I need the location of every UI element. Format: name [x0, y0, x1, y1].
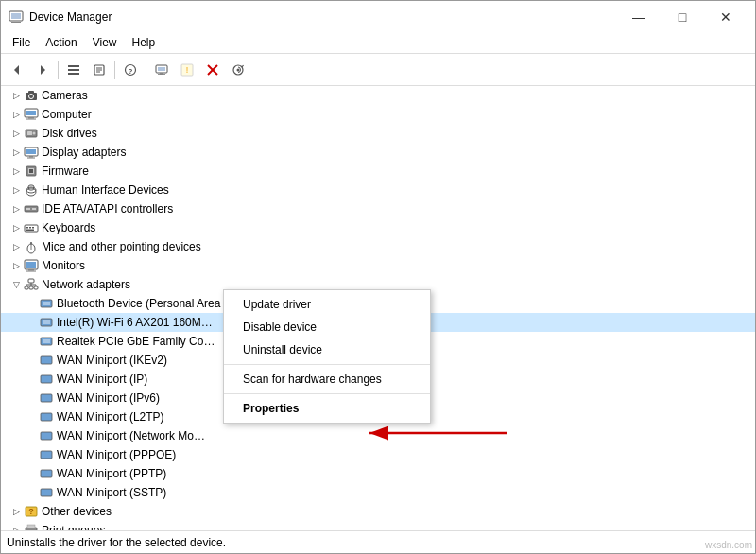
svg-rect-1	[11, 13, 21, 19]
app-icon	[9, 9, 24, 25]
ctx-separator-1	[224, 364, 430, 365]
menu-file[interactable]: File	[5, 34, 38, 51]
tree-item[interactable]: ▷ Keyboards	[1, 218, 755, 237]
toolbar-remove[interactable]	[200, 58, 225, 82]
update-icon: !	[180, 63, 194, 77]
svg-rect-77	[41, 413, 52, 421]
netcard-icon	[39, 372, 54, 387]
print-queues-label: Print queues	[42, 524, 105, 530]
svg-text:?: ?	[129, 67, 133, 76]
svg-rect-36	[26, 149, 36, 154]
menu-view[interactable]: View	[85, 34, 125, 51]
ctx-uninstall-device[interactable]: Uninstall device	[224, 338, 430, 361]
close-button[interactable]: ✕	[704, 3, 747, 31]
toolbar-scan[interactable]	[226, 58, 250, 82]
expander-hid[interactable]: ▷	[9, 182, 24, 198]
netcard-icon	[39, 466, 54, 481]
properties-icon	[93, 63, 106, 77]
scan-icon	[232, 63, 245, 77]
network-icon	[24, 277, 39, 292]
realtek-label: Realtek PCIe GbE Family Co…	[57, 335, 215, 348]
toolbar-list-view[interactable]	[61, 58, 86, 82]
ctx-properties[interactable]: Properties	[224, 397, 430, 420]
keyboards-label: Keyboards	[42, 221, 95, 234]
wan-ikev2-label: WAN Miniport (IKEv2)	[57, 354, 167, 367]
list-view-icon	[67, 63, 80, 77]
svg-point-24	[237, 68, 240, 71]
monitors-icon	[24, 258, 39, 273]
svg-rect-63	[34, 286, 38, 289]
expander-disk[interactable]: ▷	[9, 126, 24, 141]
ctx-update-driver[interactable]: Update driver	[224, 293, 430, 316]
tree-item[interactable]: ▷ Computer	[1, 105, 755, 124]
menu-help[interactable]: Help	[125, 34, 163, 51]
svg-point-34	[33, 132, 36, 135]
tree-item[interactable]: ▷ IDE ATA/ATAPI controllers	[1, 199, 755, 218]
network-label: Network adapters	[42, 278, 130, 291]
tree-item[interactable]: ▷ Human Interface Devices	[1, 181, 755, 199]
toolbar-back[interactable]	[5, 58, 29, 82]
forward-icon	[36, 63, 49, 77]
tree-item[interactable]: ▷ Monitors	[1, 256, 755, 275]
expander-monitors[interactable]: ▷	[9, 258, 24, 273]
svg-rect-81	[41, 489, 52, 496]
expander-keyboards[interactable]: ▷	[9, 220, 24, 235]
tree-item[interactable]: ▷ ? Other devices	[1, 502, 755, 521]
printer-icon	[24, 523, 39, 530]
expander-display[interactable]: ▷	[9, 145, 24, 160]
svg-rect-38	[27, 158, 35, 159]
svg-rect-50	[29, 227, 31, 229]
expander-cameras[interactable]: ▷	[9, 88, 24, 103]
tree-item[interactable]: ▷ Cameras	[1, 86, 755, 105]
minimize-button[interactable]: —	[617, 3, 661, 31]
tree-item[interactable]: ▷ WAN Miniport (Network Mo…	[1, 426, 755, 445]
toolbar-forward[interactable]	[30, 58, 55, 82]
expander-other[interactable]: ▷	[9, 504, 24, 519]
maximize-button[interactable]: □	[661, 3, 704, 31]
keyboard-icon	[24, 220, 39, 235]
svg-rect-52	[26, 230, 34, 232]
expander-firmware[interactable]: ▷	[9, 164, 24, 179]
disk-icon	[24, 126, 39, 141]
netcard-icon	[39, 353, 54, 368]
tree-item[interactable]: ▷ Disk drives	[1, 124, 755, 143]
tree-item[interactable]: ▷ WAN Miniport (PPTP)	[1, 464, 755, 483]
ctx-disable-device[interactable]: Disable device	[224, 316, 430, 338]
ctx-scan-hardware[interactable]: Scan for hardware changes	[224, 368, 430, 390]
computer-icon	[24, 107, 39, 122]
toolbar: ? !	[1, 54, 755, 86]
svg-rect-37	[29, 156, 33, 158]
main-content: ▷ Cameras ▷ Computer ▷	[1, 86, 755, 530]
context-menu: Update driver Disable device Uninstall d…	[223, 289, 431, 424]
remove-icon	[206, 63, 219, 77]
svg-rect-57	[26, 262, 36, 268]
help-icon: ?	[124, 63, 137, 77]
tree-item[interactable]: ▷ WAN Miniport (PPPOE)	[1, 445, 755, 464]
tree-item[interactable]: ▷ Display adapters	[1, 143, 755, 162]
expander-mice[interactable]: ▷	[9, 239, 24, 254]
device-tree[interactable]: ▷ Cameras ▷ Computer ▷	[1, 86, 755, 530]
toolbar-help[interactable]: ?	[118, 58, 143, 82]
toolbar-properties[interactable]	[87, 58, 112, 82]
title-left: Device Manager	[9, 9, 112, 25]
tree-item[interactable]: ▷ Print queues	[1, 521, 755, 530]
svg-rect-7	[68, 69, 79, 71]
monitors-label: Monitors	[42, 259, 85, 272]
svg-rect-8	[68, 73, 79, 75]
tree-item[interactable]: ▷ Mice and other pointing devices	[1, 237, 755, 256]
tree-item[interactable]: ▷ Firmware	[1, 162, 755, 181]
expander-network[interactable]: ▽	[9, 277, 24, 292]
toolbar-update[interactable]: !	[175, 58, 199, 82]
expander-ide[interactable]: ▷	[9, 201, 24, 216]
toolbar-sep1	[58, 61, 59, 79]
toolbar-device-view[interactable]	[149, 58, 174, 82]
menu-action[interactable]: Action	[38, 34, 84, 51]
expander-print[interactable]: ▷	[9, 523, 24, 530]
svg-rect-61	[25, 286, 28, 289]
svg-rect-31	[26, 119, 36, 120]
wan-pptp-label: WAN Miniport (PPTP)	[57, 467, 166, 480]
ide-label: IDE ATA/ATAPI controllers	[42, 202, 173, 216]
expander-computer[interactable]: ▷	[9, 107, 24, 122]
svg-rect-78	[41, 432, 52, 440]
tree-item[interactable]: ▷ WAN Miniport (SSTP)	[1, 483, 755, 502]
